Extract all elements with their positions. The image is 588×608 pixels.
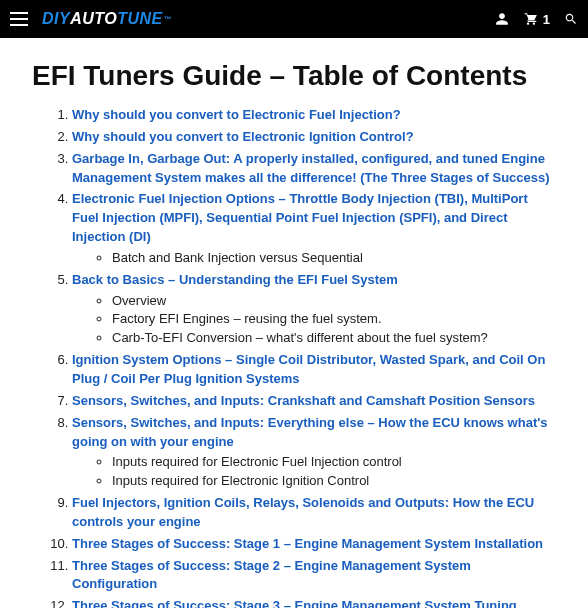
toc-link[interactable]: Why should you convert to Electronic Fue… <box>72 107 401 122</box>
topbar-right: 1 <box>495 12 578 27</box>
toc-item: Why should you convert to Electronic Ign… <box>72 128 556 147</box>
toc-item: Electronic Fuel Injection Options – Thro… <box>72 190 556 267</box>
toc-item: Garbage In, Garbage Out: A properly inst… <box>72 150 556 188</box>
user-icon[interactable] <box>495 12 509 26</box>
logo-tm: ™ <box>164 15 173 24</box>
toc-item: Ignition System Options – Single Coil Di… <box>72 351 556 389</box>
logo-part-diy: DIY <box>42 10 70 28</box>
toc-link[interactable]: Sensors, Switches, and Inputs: Crankshaf… <box>72 393 535 408</box>
toc-subitem: Batch and Bank Injection versus Sequenti… <box>112 249 556 268</box>
toc-item: Sensors, Switches, and Inputs: Everythin… <box>72 414 556 491</box>
toc-sublist: Inputs required for Electronic Fuel Inje… <box>72 453 556 491</box>
page-title: EFI Tuners Guide – Table of Contents <box>32 60 556 92</box>
logo-part-auto: AUTO <box>70 10 117 28</box>
toc-item: Why should you convert to Electronic Fue… <box>72 106 556 125</box>
toc-list: Why should you convert to Electronic Fue… <box>32 106 556 608</box>
toc-item: Fuel Injectors, Ignition Coils, Relays, … <box>72 494 556 532</box>
toc-link[interactable]: Sensors, Switches, and Inputs: Everythin… <box>72 415 548 449</box>
search-icon[interactable] <box>564 12 578 26</box>
toc-link[interactable]: Ignition System Options – Single Coil Di… <box>72 352 545 386</box>
logo[interactable]: DIYAUTOTUNE™ <box>42 10 172 28</box>
cart-count: 1 <box>543 12 550 27</box>
toc-item: Three Stages of Success: Stage 1 – Engin… <box>72 535 556 554</box>
toc-link[interactable]: Why should you convert to Electronic Ign… <box>72 129 414 144</box>
logo-part-tune: TUNE <box>117 10 163 28</box>
topbar-left: DIYAUTOTUNE™ <box>10 10 172 28</box>
toc-item: Sensors, Switches, and Inputs: Crankshaf… <box>72 392 556 411</box>
toc-link[interactable]: Back to Basics – Understanding the EFI F… <box>72 272 398 287</box>
toc-item: Back to Basics – Understanding the EFI F… <box>72 271 556 348</box>
toc-item: Three Stages of Success: Stage 2 – Engin… <box>72 557 556 595</box>
toc-sublist: OverviewFactory EFI Engines – reusing th… <box>72 292 556 349</box>
cart-button[interactable]: 1 <box>523 12 550 27</box>
toc-link[interactable]: Electronic Fuel Injection Options – Thro… <box>72 191 528 244</box>
toc-link[interactable]: Three Stages of Success: Stage 1 – Engin… <box>72 536 543 551</box>
toc-link[interactable]: Fuel Injectors, Ignition Coils, Relays, … <box>72 495 534 529</box>
toc-item: Three Stages of Success: Stage 3 – Engin… <box>72 597 556 608</box>
toc-subitem: Carb-To-EFI Conversion – what's differen… <box>112 329 556 348</box>
toc-link[interactable]: Three Stages of Success: Stage 2 – Engin… <box>72 558 471 592</box>
toc-sublist: Batch and Bank Injection versus Sequenti… <box>72 249 556 268</box>
toc-subitem: Inputs required for Electronic Fuel Inje… <box>112 453 556 472</box>
toc-link[interactable]: Garbage In, Garbage Out: A properly inst… <box>72 151 550 185</box>
toc-link[interactable]: Three Stages of Success: Stage 3 – Engin… <box>72 598 517 608</box>
topbar: DIYAUTOTUNE™ 1 <box>0 0 588 38</box>
menu-icon[interactable] <box>10 12 28 26</box>
toc-subitem: Overview <box>112 292 556 311</box>
toc-subitem: Factory EFI Engines – reusing the fuel s… <box>112 310 556 329</box>
toc-subitem: Inputs required for Electronic Ignition … <box>112 472 556 491</box>
content: EFI Tuners Guide – Table of Contents Why… <box>0 38 588 608</box>
